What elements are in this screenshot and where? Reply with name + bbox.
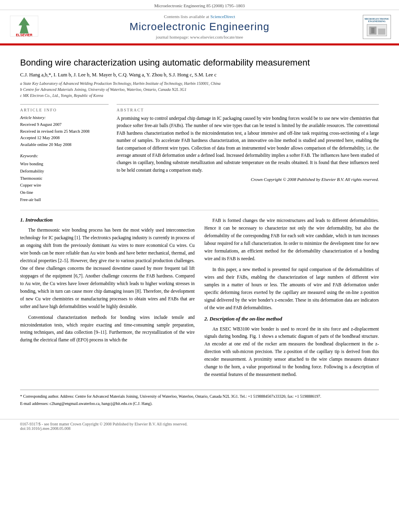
copyright-text: Crown Copyright © 2008 Published by Else… <box>117 177 379 182</box>
journal-ref-text: Microelectronic Engineering 85 (2008) 17… <box>154 3 245 8</box>
section1-para2: Conventional characterization methods fo… <box>20 314 195 344</box>
abstract-header: ABSTRACT <box>117 108 379 112</box>
keyword-2: Deformability <box>20 168 109 175</box>
history-label: Article history: <box>20 115 109 121</box>
elsevier-logo: ELSEVIER <box>8 15 40 39</box>
authors-text: C.J. Hang a,b,*, I. Lum b, J. Lee b, M. … <box>20 72 216 78</box>
footnote-corresponding: * Corresponding author. Address: Centre … <box>20 393 379 399</box>
keyword-6: Free-air ball <box>20 196 109 203</box>
accepted: Accepted 12 May 2008 <box>20 135 109 142</box>
banner-center: Contents lists available at ScienceDirec… <box>130 14 269 39</box>
affiliation-b: b Centre for Advanced Materials Joining,… <box>20 86 379 92</box>
abstract-section: ARTICLE INFO Article history: Received 9… <box>20 104 379 203</box>
article-info-col: ARTICLE INFO Article history: Received 9… <box>20 104 109 203</box>
doi-line2: doi:10.1016/j.mee.2008.05.008 <box>20 426 379 431</box>
keywords-block: Keywords: Wire bonding Deformability The… <box>20 152 109 203</box>
abstract-text: A promising way to control underpad chip… <box>117 115 379 174</box>
footnote-email: E-mail addresses: c2hang@engmail.uwaterl… <box>20 401 379 407</box>
section1-right-para1: FAB is formed changes the wire microstru… <box>204 217 379 263</box>
affiliation-c: c MK Electron Co., Ltd., Yongin, Republi… <box>20 92 379 99</box>
bottom-bar: 0167-9317/$ - see front matter Crown Cop… <box>0 419 399 433</box>
article-info-header: ARTICLE INFO <box>20 108 109 112</box>
sciencedirect-line: Contents lists available at ScienceDirec… <box>130 14 269 19</box>
svg-rect-6 <box>371 28 374 33</box>
journal-logo-line2: ENGINEERING <box>368 20 385 23</box>
paper-title: Bonding wire characterization using auto… <box>20 58 379 68</box>
section1-right-para2: In this paper, a new method is presented… <box>204 266 379 312</box>
section-divider <box>20 210 379 210</box>
revised: Received in revised form 25 March 2008 <box>20 128 109 135</box>
section1-body: The thermosonic wire bonding process has… <box>20 226 195 344</box>
section2-para: An ESEC WB3100 wire bonder is used to re… <box>204 325 379 379</box>
keyword-3: Thermosonic <box>20 175 109 182</box>
section1-right-body: FAB is formed changes the wire microstru… <box>204 217 379 312</box>
affiliation-a: a State Key Laboratory of Advanced Weldi… <box>20 80 379 86</box>
abstract-col: ABSTRACT A promising way to control unde… <box>117 104 379 203</box>
journal-ref-bar: Microelectronic Engineering 85 (2008) 17… <box>0 0 399 10</box>
keyword-4: Copper wire <box>20 182 109 189</box>
received1: Received 9 August 2007 <box>20 121 109 128</box>
keyword-1: Wire bonding <box>20 160 109 168</box>
authors-line: C.J. Hang a,b,*, I. Lum b, J. Lee b, M. … <box>20 72 379 78</box>
affiliations: a State Key Laboratory of Advanced Weldi… <box>20 80 379 99</box>
doi-line1: 0167-9317/$ - see front matter Crown Cop… <box>20 422 379 426</box>
journal-homepage: journal homepage: www.elsevier.com/locat… <box>130 35 269 39</box>
section1-para1: The thermosonic wire bonding process has… <box>20 226 195 310</box>
journal-title: Microelectronic Engineering <box>130 21 269 33</box>
footnotes: * Corresponding author. Address: Centre … <box>20 390 379 407</box>
body-right-col: FAB is formed changes the wire microstru… <box>204 217 379 382</box>
section1-title: 1. Introduction <box>20 217 195 223</box>
keyword-5: On-line <box>20 189 109 196</box>
section2-body: An ESEC WB3100 wire bonder is used to re… <box>204 325 379 379</box>
body-left-col: 1. Introduction The thermosonic wire bon… <box>20 217 195 382</box>
journal-logo: MICROELECTRONIC ENGINEERING <box>363 15 391 39</box>
section2-title: 2. Description of the on-line method <box>204 316 379 322</box>
available: Available online 20 May 2008 <box>20 142 109 148</box>
svg-rect-5 <box>378 29 385 35</box>
svg-text:ELSEVIER: ELSEVIER <box>16 33 33 37</box>
sciencedirect-link[interactable]: ScienceDirect <box>210 14 235 19</box>
body-columns: 1. Introduction The thermosonic wire bon… <box>20 217 379 382</box>
article-history: Article history: Received 9 August 2007 … <box>20 115 109 148</box>
journal-banner: ELSEVIER Contents lists available at Sci… <box>0 10 399 44</box>
keywords-label: Keywords: <box>20 152 109 160</box>
paper-content: Bonding wire characterization using auto… <box>0 45 399 416</box>
svg-marker-1 <box>19 17 30 33</box>
